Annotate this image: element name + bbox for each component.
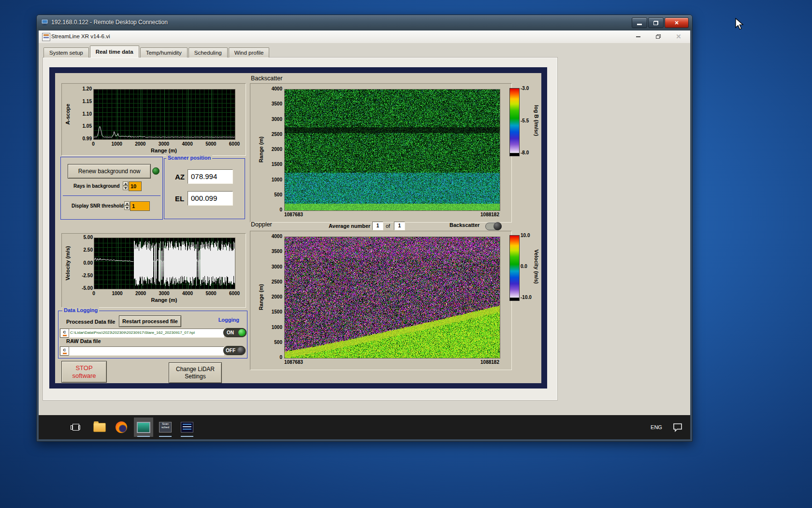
scanner-position-title: Scanner position (166, 155, 212, 161)
velocity-y-ticks: 5.00 2.50 0.00 -2.50 -5.00 (72, 235, 93, 291)
tick-label: 1087683 (284, 359, 303, 365)
backscatter-colorbar-label: log B (/m/sr) (533, 88, 540, 153)
tick-label: 3500 (263, 101, 282, 106)
controls-divider (63, 195, 160, 196)
el-label: EL (175, 194, 184, 203)
rdp-restore-button[interactable] (648, 17, 664, 28)
app-restore-button[interactable] (652, 32, 665, 41)
ascope-y-axis-label: A-scope (63, 89, 72, 139)
velocity-x-ticks: 0 1000 2000 3000 4000 5000 6000 (86, 291, 243, 296)
logging-off-switch[interactable]: OFF (223, 346, 246, 355)
ascope-x-axis-label: Range (m) (93, 148, 234, 153)
rdp-titlebar[interactable]: 192.168.0.122 - Remote Desktop Connectio… (37, 15, 692, 30)
tick-label: 2000 (263, 147, 282, 152)
tick-label: 4000 (263, 234, 282, 239)
tick-label: 1087683 (284, 212, 303, 217)
tick-label: 1088182 (480, 359, 499, 365)
app-vi-icon (42, 33, 50, 41)
velocity-y-axis-label: Velocity (m/s) (63, 238, 72, 288)
doppler-chart: Range (m) 4000 3500 3000 2500 2000 1500 … (250, 231, 512, 370)
raw-data-file-label: RAW Data file (66, 338, 101, 344)
app-content: System setup Real time data Temp/humidit… (39, 43, 690, 415)
average-number-field[interactable]: 1 (372, 222, 383, 230)
tick-label: 1000 (263, 325, 282, 330)
change-lidar-settings-button[interactable]: Change LiDARSettings (169, 362, 222, 383)
restart-processed-file-button[interactable]: Restart processed file (119, 315, 181, 327)
tick-label: 1.15 (72, 99, 92, 104)
backscatter-toggle[interactable] (485, 223, 502, 230)
mouse-cursor (735, 18, 745, 30)
tab-scheduling[interactable]: Scheduling (188, 47, 228, 58)
backscatter-plot-area (284, 89, 500, 211)
processed-path-field[interactable]: C:\Lidar\Data\Proc\2023\202309\20230917\… (69, 329, 224, 338)
rdp-window: 192.168.0.122 - Remote Desktop Connectio… (36, 15, 693, 442)
app-window-taskbar-button[interactable] (177, 418, 197, 437)
notification-button[interactable] (669, 418, 686, 437)
rdp-close-button[interactable]: ✕ (665, 17, 689, 28)
doppler-colorbar (509, 235, 520, 299)
renew-background-led (152, 167, 160, 175)
renew-background-button[interactable]: Renew background now (68, 164, 151, 179)
az-value-field[interactable]: 078.994 (188, 169, 233, 184)
tick-label: 4000 (179, 141, 196, 147)
firefox-icon (116, 421, 127, 433)
snr-spinner[interactable] (124, 201, 130, 210)
snr-value-field[interactable]: 1 (130, 201, 150, 211)
app-minimize-button[interactable] (631, 32, 645, 41)
tab-temp-humidity[interactable]: Temp/humidity (140, 47, 188, 58)
ascope-plot-canvas (94, 90, 235, 139)
rays-spinner[interactable] (123, 181, 128, 190)
on-knob (238, 329, 246, 336)
data-logging-box: Data Logging Processed Data file Restart… (58, 311, 247, 359)
language-indicator[interactable]: ENG (648, 418, 665, 437)
backscatter-toggle-label: Backscatter (450, 222, 479, 228)
tick-label: 1000 (263, 177, 282, 182)
tick-label: 1.20 (72, 86, 92, 91)
rdp-window-title: 192.168.0.122 - Remote Desktop Connectio… (51, 19, 168, 26)
main-panel-frame: A-scope 1.20 1.15 1.10 1.05 0.99 (49, 67, 547, 388)
task-view-button[interactable] (66, 418, 85, 437)
scan-sched-taskbar-button[interactable]: Scansched (156, 418, 175, 437)
tab-real-time-data[interactable]: Real time data (90, 45, 139, 58)
tab-system-setup[interactable]: System setup (44, 47, 89, 58)
rdp-minimize-button[interactable] (632, 17, 647, 28)
el-value-field[interactable]: 000.099 (188, 191, 233, 206)
firefox-button[interactable] (112, 418, 131, 437)
tick-label: 5000 (203, 141, 219, 147)
average-of-field[interactable]: 1 (394, 222, 405, 230)
tick-label: 1000 (109, 141, 125, 147)
remote-desktop-app-icon (137, 422, 150, 433)
tick-label: 3500 (263, 249, 282, 254)
folder-icon (93, 423, 106, 432)
tick-label: 3000 (263, 117, 282, 122)
tick-label: 0 (263, 355, 282, 360)
tick-label: 2000 (132, 291, 149, 296)
stop-software-button[interactable]: STOPsoftware (61, 361, 107, 383)
velocity-chart: Velocity (m/s) 5.00 2.50 0.00 -2.50 -5.0… (61, 233, 246, 308)
tick-label: 500 (263, 340, 282, 345)
ascope-chart: A-scope 1.20 1.15 1.10 1.05 0.99 (61, 83, 246, 156)
taskbar: Scansched ENG (39, 415, 690, 439)
remote-desktop-taskbar-button[interactable] (134, 418, 153, 437)
scan-sched-icon: Scansched (159, 422, 172, 433)
tick-label: 3000 (156, 291, 173, 296)
file-explorer-button[interactable] (90, 418, 109, 437)
app-titlebar[interactable]: StreamLine XR v14-6.vi ✕ (39, 30, 690, 44)
app-close-button[interactable]: ✕ (672, 32, 685, 41)
app-window: StreamLine XR v14-6.vi ✕ System setup Re… (39, 30, 690, 415)
toggle-knob (493, 222, 502, 230)
rays-value-field[interactable]: 10 (129, 181, 142, 191)
speech-bubble-icon (673, 423, 682, 432)
doppler-plot-canvas (285, 237, 500, 358)
processed-drive-button[interactable]: C (60, 329, 69, 338)
backscatter-colorbar (509, 88, 520, 154)
off-knob (237, 347, 245, 354)
raw-drive-button[interactable]: C (60, 346, 69, 356)
background-controls-box: Renew background now Rays in background … (60, 157, 163, 220)
raw-path-field[interactable] (69, 346, 224, 356)
velocity-plot-canvas (94, 238, 235, 289)
tab-wind-profile[interactable]: Wind profile (229, 47, 270, 58)
tick-label: 0 (263, 207, 282, 212)
logging-on-switch[interactable]: ON (223, 328, 246, 337)
tick-label: 2.50 (72, 247, 93, 253)
